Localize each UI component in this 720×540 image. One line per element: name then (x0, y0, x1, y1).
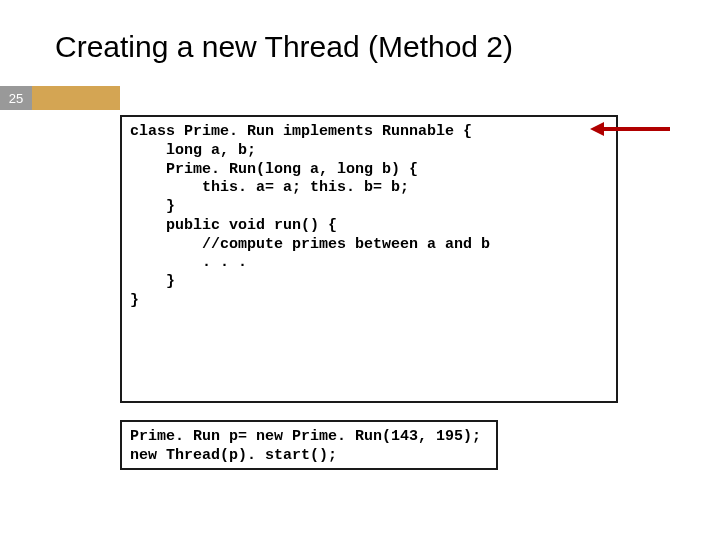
code-line: } (130, 198, 608, 217)
code-line: Prime. Run(long a, long b) { (130, 161, 608, 180)
code-line: class Prime. Run implements Runnable { (130, 123, 608, 142)
code-line: new Thread(p). start(); (130, 447, 488, 466)
code-line: . . . (130, 254, 608, 273)
code-line: //compute primes between a and b (130, 236, 608, 255)
arrow-line (602, 127, 670, 131)
code-line: public void run() { (130, 217, 608, 236)
code-block-class: class Prime. Run implements Runnable { l… (120, 115, 618, 403)
code-line: } (130, 292, 608, 311)
arrow-head-icon (590, 122, 604, 136)
page-number-badge: 25 (0, 86, 32, 110)
accent-bar (32, 86, 120, 110)
code-line: Prime. Run p= new Prime. Run(143, 195); (130, 428, 488, 447)
code-block-usage: Prime. Run p= new Prime. Run(143, 195); … (120, 420, 498, 470)
code-line: } (130, 273, 608, 292)
slide-title: Creating a new Thread (Method 2) (55, 30, 513, 64)
code-line: long a, b; (130, 142, 608, 161)
code-line: this. a= a; this. b= b; (130, 179, 608, 198)
arrow-annotation (590, 122, 670, 136)
